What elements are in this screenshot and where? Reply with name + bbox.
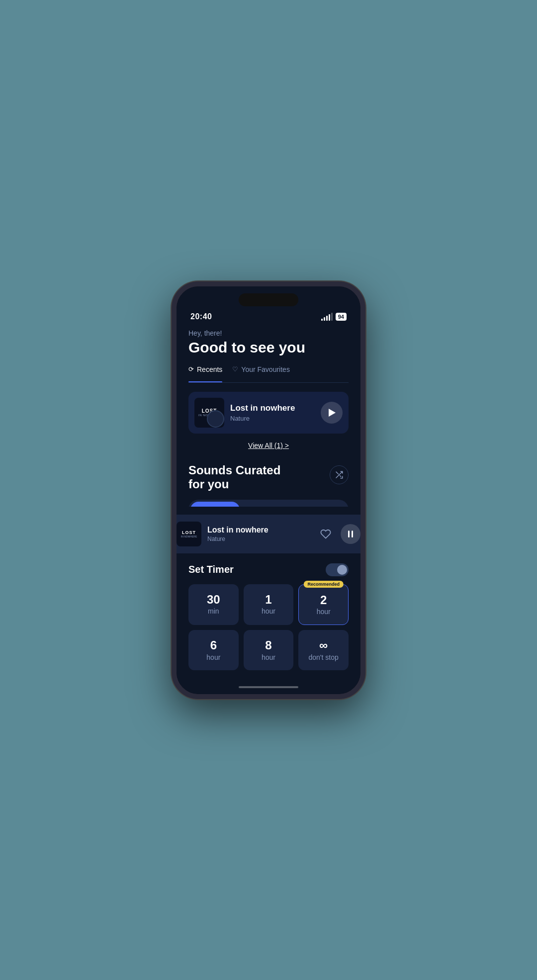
pause-icon <box>348 531 353 537</box>
timer-title: Set Timer <box>188 564 234 575</box>
pill-anxiety[interactable]: Anxiety <box>297 502 347 507</box>
signal-bar-1 <box>321 319 323 321</box>
shuffle-button[interactable] <box>330 465 349 484</box>
pause-bar-1 <box>348 531 350 537</box>
toggle-knob <box>337 565 347 575</box>
recent-track-info: Lost in nowhere Nature <box>230 403 315 422</box>
status-right: 94 <box>321 313 347 321</box>
signal-bars <box>321 313 333 321</box>
now-track-info: Lost in nowhere Nature <box>207 526 311 542</box>
category-pills: Nature Insomnia Anxiety <box>188 500 349 507</box>
timer-30min-label: min <box>193 607 234 615</box>
now-playing-bar: LOST IN NOWHERE Lost in nowhere Nature <box>177 515 360 553</box>
recent-track-title: Lost in nowhere <box>230 403 315 413</box>
album-art-recent: LOST IN NOWHERE <box>194 398 224 428</box>
pause-button[interactable] <box>341 524 360 544</box>
timer-6hour-label: hour <box>193 653 234 661</box>
timer-infinity-number: ∞ <box>303 639 344 652</box>
greeting-sub: Hey, there! <box>188 329 349 337</box>
power-button[interactable] <box>364 356 365 386</box>
greeting-main: Good to see you <box>188 339 349 356</box>
recent-track-subtitle: Nature <box>230 415 315 422</box>
timer-8hour-number: 8 <box>249 639 289 652</box>
heart-button[interactable] <box>317 525 335 543</box>
vol-up-button[interactable] <box>172 346 173 364</box>
timer-2hour-label: hour <box>304 608 343 616</box>
timer-toggle[interactable] <box>326 563 349 576</box>
curated-header: Sounds Curated for you <box>188 463 349 492</box>
timer-1hour-number: 1 <box>249 593 289 606</box>
vol-down-button[interactable] <box>172 371 173 389</box>
tab-recents-label: Recents <box>197 365 222 373</box>
timer-8hour-label: hour <box>249 653 289 661</box>
main-scroll[interactable]: Hey, there! Good to see you ⟳ Recents ♡ … <box>177 324 360 507</box>
timer-2hour[interactable]: Recommended 2 hour <box>298 584 349 625</box>
status-time: 20:40 <box>190 312 212 321</box>
tabs-row: ⟳ Recents ♡ Your Favourites <box>188 365 349 383</box>
heart-icon <box>320 529 331 539</box>
phone-screen: 20:40 94 Hey, there! Good to see you <box>177 286 360 694</box>
recents-icon: ⟳ <box>188 365 194 373</box>
shuffle-icon <box>335 470 344 479</box>
tab-favourites-label: Your Favourites <box>241 365 290 373</box>
tab-recents[interactable]: ⟳ Recents <box>188 365 222 377</box>
now-track-title: Lost in nowhere <box>207 526 311 535</box>
timer-8hour[interactable]: 8 hour <box>244 630 294 670</box>
timer-header: Set Timer <box>188 563 349 576</box>
battery-indicator: 94 <box>336 313 347 321</box>
timer-grid: 30 min 1 hour Recommended 2 hour 6 hour <box>188 584 349 670</box>
play-icon <box>329 409 336 417</box>
timer-section: Set Timer 30 min 1 hour Recommended 2 <box>177 553 360 680</box>
pill-nature[interactable]: Nature <box>190 502 240 507</box>
timer-6hour-number: 6 <box>193 639 234 652</box>
signal-bar-2 <box>324 317 325 321</box>
signal-bar-5 <box>331 313 333 321</box>
timer-30min-number: 30 <box>193 593 234 606</box>
timer-6hour[interactable]: 6 hour <box>188 630 239 670</box>
now-track-sub: Nature <box>207 535 311 542</box>
recent-card[interactable]: LOST IN NOWHERE Lost in nowhere Nature <box>188 392 349 434</box>
recommended-badge: Recommended <box>303 581 344 588</box>
pause-bar-2 <box>352 531 353 537</box>
home-indicator <box>177 680 360 694</box>
signal-bar-3 <box>326 316 328 321</box>
timer-infinity[interactable]: ∞ don't stop <box>298 630 349 670</box>
tab-favourites[interactable]: ♡ Your Favourites <box>232 365 290 377</box>
timer-1hour[interactable]: 1 hour <box>244 584 294 625</box>
status-bar: 20:40 94 <box>177 286 360 324</box>
play-button[interactable] <box>321 402 343 424</box>
timer-30min[interactable]: 30 min <box>188 584 239 625</box>
now-album-art: LOST IN NOWHERE <box>177 522 201 546</box>
pill-insomnia[interactable]: Insomnia <box>244 502 293 507</box>
now-album-label: LOST <box>182 530 196 535</box>
phone-frame: 20:40 94 Hey, there! Good to see you <box>172 281 365 699</box>
home-bar <box>239 686 298 688</box>
now-album-sub: IN NOWHERE <box>181 535 197 538</box>
album-art-image <box>207 410 224 428</box>
timer-1hour-label: hour <box>249 607 289 615</box>
signal-bar-4 <box>329 314 330 321</box>
timer-infinity-label: don't stop <box>303 653 344 661</box>
heart-icon-tab: ♡ <box>232 365 238 373</box>
view-all-link[interactable]: View All (1) > <box>188 442 349 449</box>
curated-title: Sounds Curated for you <box>188 463 280 492</box>
timer-2hour-number: 2 <box>304 594 343 607</box>
